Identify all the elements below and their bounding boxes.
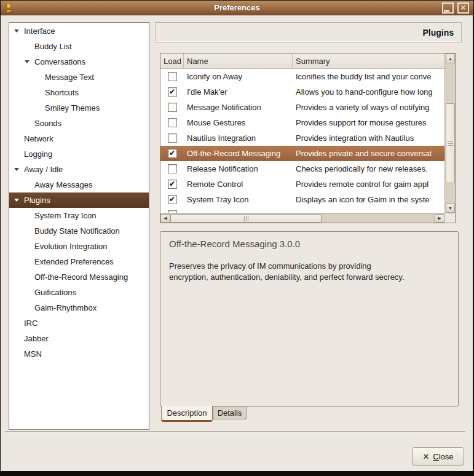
sidebar-item-guifications[interactable]: Guifications (9, 285, 149, 300)
minimize-button[interactable] (442, 2, 454, 14)
titlebar[interactable]: Preferences ✕ (1, 1, 473, 15)
plugin-summary: Provides private and secure conversat (293, 149, 444, 158)
sidebar-item-jabber[interactable]: Jabber (9, 331, 149, 346)
plugin-name: I'dle Mak'er (184, 87, 293, 97)
sidebar-item-label: Interface (24, 26, 55, 36)
sidebar-item-label: Jabber (24, 334, 49, 343)
checkbox-checked-icon[interactable]: ✔ (168, 180, 177, 189)
sidebar-item-message-text[interactable]: Message Text (9, 69, 149, 85)
plugin-table-header: Load Name Summary (160, 54, 444, 69)
plugin-summary: Allows you to hand-configure how long (293, 87, 444, 97)
window-title: Preferences (1, 1, 473, 15)
sidebar-item-label: Buddy List (34, 42, 72, 51)
plugin-row-system-tray-icon[interactable]: ✔System Tray IconDisplays an icon for Ga… (160, 192, 444, 207)
scroll-down-icon: ▼ (448, 206, 452, 210)
checkbox-unchecked-icon[interactable] (168, 118, 177, 127)
load-cell (160, 133, 184, 143)
sidebar-item-plugins[interactable]: Plugins (9, 192, 149, 208)
plugin-row-off-the-record-messaging[interactable]: ✔Off-the-Record MessagingProvides privat… (160, 146, 444, 161)
plugin-row-iconify-on-away[interactable]: Iconify on AwayIconifies the buddy list … (160, 69, 444, 84)
expander-icon[interactable] (14, 168, 24, 171)
sidebar-item-logging[interactable]: Logging (9, 146, 149, 162)
sidebar-item-buddy-list[interactable]: Buddy List (9, 39, 149, 54)
checkbox-checked-icon[interactable]: ✔ (168, 87, 177, 97)
vertical-scrollbar-thumb[interactable] (446, 103, 455, 183)
tab-description[interactable]: Description (161, 406, 213, 422)
checkbox-unchecked-icon[interactable] (168, 133, 177, 143)
horizontal-scrollbar-thumb[interactable] (170, 214, 322, 223)
expander-icon[interactable] (14, 199, 24, 202)
plugin-details-page: Off-the-Record Messaging 3.0.0 Preserves… (160, 231, 459, 407)
plugin-row-i-dle-mak-er[interactable]: ✔I'dle Mak'erAllows you to hand-configur… (160, 84, 444, 100)
plugin-row-remote-control[interactable]: ✔Remote ControlProvides remote control f… (160, 177, 444, 192)
close-window-button[interactable]: ✕ (457, 2, 469, 14)
sidebar-item-label: System Tray Icon (34, 211, 96, 220)
sidebar-item-label: Guifications (34, 288, 76, 297)
scroll-right-button[interactable]: ▶ (435, 214, 444, 223)
sidebar-item-shortcuts[interactable]: Shortcuts (9, 85, 149, 100)
plugin-row-release-notification[interactable]: Release NotificationChecks periodically … (160, 161, 444, 177)
sidebar-item-irc[interactable]: IRC (9, 315, 149, 331)
horizontal-scrollbar[interactable]: ◀ ▶ (160, 213, 444, 223)
plugin-row-nautilus-integration[interactable]: Nautilus IntegrationProvides integration… (160, 130, 444, 146)
plugin-list: Iconify on AwayIconifies the buddy list … (160, 69, 444, 213)
plugin-name: Message Notification (184, 103, 293, 112)
sidebar-item-extended-preferences[interactable]: Extended Preferences (9, 254, 149, 269)
scroll-down-button[interactable]: ▼ (446, 203, 455, 213)
sidebar-item-label: Away / Idle (24, 165, 63, 174)
expander-icon[interactable] (14, 30, 24, 33)
close-button[interactable]: ✕ Close (412, 447, 464, 466)
plugin-row-mouse-gestures[interactable]: Mouse GesturesProvides support for mouse… (160, 115, 444, 130)
expander-icon[interactable] (25, 60, 34, 63)
load-cell: ✔ (160, 87, 184, 97)
load-cell (160, 72, 184, 81)
plugin-name: Mouse Gestures (184, 118, 293, 127)
page-title: Plugins (422, 28, 454, 38)
sidebar-item-evolution-integration[interactable]: Evolution Integration (9, 239, 149, 254)
sidebar-item-away-idle[interactable]: Away / Idle (9, 162, 149, 177)
sidebar-item-sounds[interactable]: Sounds (9, 116, 149, 131)
sidebar-item-smiley-themes[interactable]: Smiley Themes (9, 100, 149, 116)
scroll-left-button[interactable]: ◀ (160, 214, 170, 223)
plugin-row-partial[interactable] (160, 207, 444, 213)
sidebar-item-label: MSN (24, 349, 42, 359)
sidebar-item-away-messages[interactable]: Away Messages (9, 177, 149, 192)
sidebar-item-label: Off-the-Record Messaging (34, 272, 128, 282)
vertical-scrollbar[interactable]: ▲ ▼ (444, 54, 455, 213)
checkbox-unchecked-icon[interactable] (168, 210, 177, 213)
checkbox-unchecked-icon[interactable] (168, 72, 177, 81)
checkbox-unchecked-icon[interactable] (168, 164, 177, 173)
sidebar-item-buddy-state-notification[interactable]: Buddy State Notification (9, 223, 149, 239)
checkbox-unchecked-icon[interactable] (168, 103, 177, 112)
plugin-row-message-notification[interactable]: Message NotificationProvides a variety o… (160, 100, 444, 115)
sidebar-item-label: Gaim-Rhythmbox (34, 303, 97, 312)
load-cell: ✔ (160, 195, 184, 204)
plugin-summary: Provides integration with Nautilus (293, 133, 444, 143)
checkbox-checked-icon[interactable]: ✔ (168, 195, 177, 204)
sidebar-item-gaim-rhythmbox[interactable]: Gaim-Rhythmbox (9, 300, 149, 315)
tab-details[interactable]: Details (213, 407, 247, 419)
column-header-name[interactable]: Name (184, 54, 293, 68)
column-header-summary[interactable]: Summary (293, 54, 444, 68)
scroll-up-button[interactable]: ▲ (446, 54, 455, 63)
close-button-label: Close (433, 452, 453, 461)
scroll-left-icon: ◀ (164, 216, 167, 221)
sidebar-item-label: Sounds (34, 119, 61, 128)
sidebar-item-off-the-record-messaging[interactable]: Off-the-Record Messaging (9, 269, 149, 285)
sidebar-item-network[interactable]: Network (9, 131, 149, 146)
sidebar-item-label: Conversations (34, 57, 85, 66)
page-header: Plugins (155, 22, 462, 42)
minimize-icon (444, 10, 449, 12)
sidebar-item-label: Buddy State Notification (34, 226, 120, 236)
plugin-summary: Provides support for mouse gestures (293, 118, 444, 127)
sidebar-item-label: Evolution Integration (34, 242, 108, 251)
close-button-icon: ✕ (422, 452, 429, 461)
sidebar-item-system-tray-icon[interactable]: System Tray Icon (9, 208, 149, 223)
sidebar-item-interface[interactable]: Interface (9, 23, 149, 39)
sidebar-item-conversations[interactable]: Conversations (9, 54, 149, 69)
load-cell (160, 210, 184, 213)
sidebar-item-msn[interactable]: MSN (9, 346, 149, 362)
column-header-load[interactable]: Load (160, 54, 184, 68)
checkbox-checked-icon[interactable]: ✔ (168, 149, 177, 158)
sidebar-item-label: Smiley Themes (45, 103, 100, 113)
